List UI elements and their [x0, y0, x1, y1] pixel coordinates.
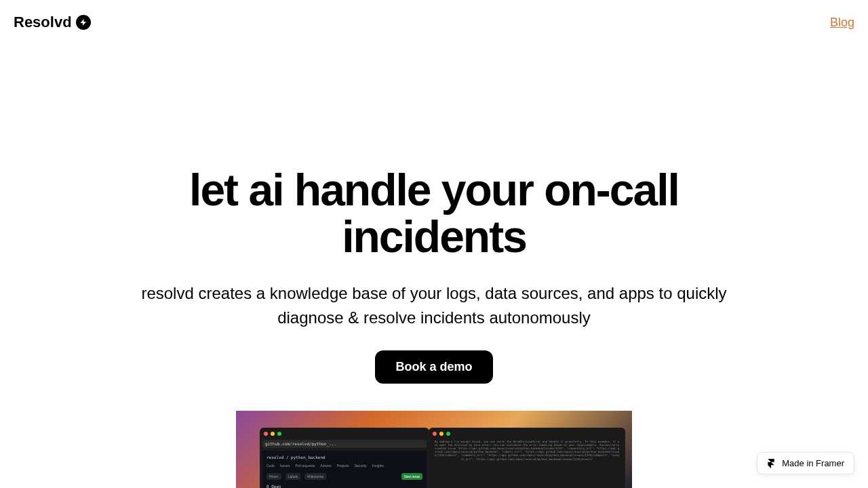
- logo-text: Resolvd: [14, 14, 72, 31]
- blog-link[interactable]: Blog: [830, 16, 854, 30]
- close-dot-icon: [433, 432, 437, 436]
- framer-text: Made in Framer: [782, 458, 844, 468]
- minimize-dot-icon: [271, 432, 275, 436]
- browser-window: github.com/resolvd/python_... resolvd / …: [260, 428, 429, 488]
- close-dot-icon: [264, 432, 268, 436]
- maximize-dot-icon: [446, 432, 450, 436]
- filter-label: Filters: [267, 473, 281, 480]
- new-issue-button: New issue: [401, 473, 422, 480]
- tab-security: Security: [355, 464, 367, 468]
- window-controls: [262, 430, 427, 437]
- github-tabs: Code Issues Pull requests Actions Projec…: [267, 464, 422, 468]
- repo-name: resolvd / python_backend: [267, 455, 326, 460]
- tab-projects: Projects: [337, 464, 349, 468]
- url-text: github.com/resolvd/python_...: [265, 441, 336, 446]
- header: Resolvd Blog: [0, 0, 868, 45]
- tab-issues: Issues: [280, 464, 290, 468]
- browser-content: resolvd / python_backend Code Issues Pul…: [262, 451, 427, 488]
- milestones-filter: Milestones: [304, 473, 326, 480]
- framer-icon: [767, 459, 776, 468]
- book-demo-button[interactable]: Book a demo: [375, 350, 492, 384]
- logo[interactable]: Resolvd: [14, 14, 91, 31]
- terminal-controls: [431, 430, 623, 437]
- framer-badge[interactable]: Made in Framer: [757, 452, 854, 474]
- issue-count: 0 Open: [267, 484, 281, 488]
- tab-pr: Pull requests: [295, 464, 315, 468]
- terminal-window: By adding a try-except block, you can ca…: [429, 428, 625, 488]
- hero-subtitle: resolvd creates a knowledge base of your…: [129, 281, 739, 330]
- bolt-icon: [76, 15, 91, 30]
- address-bar: github.com/resolvd/python_...: [262, 440, 427, 448]
- hero-title: let ai handle your on-call incidents: [129, 167, 739, 261]
- maximize-dot-icon: [277, 432, 281, 436]
- labels-filter: Labels: [285, 473, 301, 480]
- tab-insights: Insights: [372, 464, 384, 468]
- tab-code: Code: [267, 464, 275, 468]
- product-screenshot: github.com/resolvd/python_... resolvd / …: [236, 411, 632, 488]
- hero-section: let ai handle your on-call incidents res…: [129, 45, 739, 488]
- terminal-output: By adding a try-except block, you can ca…: [431, 437, 623, 464]
- minimize-dot-icon: [439, 432, 443, 436]
- filter-row: Filters Labels Milestones New issue: [267, 473, 422, 480]
- tab-actions: Actions: [320, 464, 331, 468]
